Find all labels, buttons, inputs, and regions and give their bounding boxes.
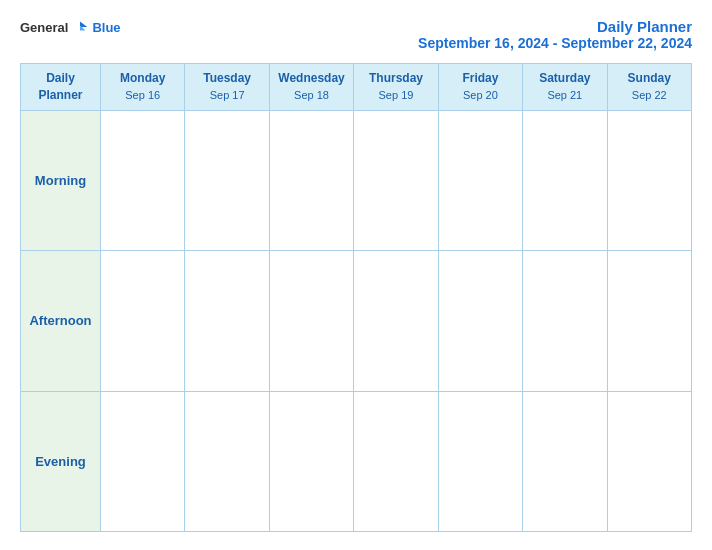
table-header-day-sunday: SundaySep 22 — [607, 64, 691, 111]
cell-afternoon-sunday[interactable] — [607, 251, 691, 391]
cell-morning-friday[interactable] — [438, 110, 522, 250]
cell-afternoon-saturday[interactable] — [523, 251, 607, 391]
logo: General Blue — [20, 18, 121, 36]
cell-evening-wednesday[interactable] — [269, 391, 353, 531]
cell-morning-sunday[interactable] — [607, 110, 691, 250]
table-row-afternoon: Afternoon — [21, 251, 692, 391]
planner-title: Daily Planner — [418, 18, 692, 35]
table-header-day-friday: FridaySep 20 — [438, 64, 522, 111]
logo-blue: Blue — [92, 20, 120, 35]
table-header-day-monday: MondaySep 16 — [101, 64, 185, 111]
row-label-afternoon: Afternoon — [21, 251, 101, 391]
table-header-day-tuesday: TuesdaySep 17 — [185, 64, 269, 111]
planner-table: Daily Planner MondaySep 16TuesdaySep 17W… — [20, 63, 692, 532]
table-header-day-wednesday: WednesdaySep 18 — [269, 64, 353, 111]
cell-evening-sunday[interactable] — [607, 391, 691, 531]
cell-evening-saturday[interactable] — [523, 391, 607, 531]
logo-general: General — [20, 20, 68, 35]
table-row-morning: Morning — [21, 110, 692, 250]
page-header: General Blue Daily Planner September 16,… — [20, 18, 692, 51]
cell-evening-thursday[interactable] — [354, 391, 438, 531]
cell-evening-friday[interactable] — [438, 391, 522, 531]
table-header-row: Daily Planner MondaySep 16TuesdaySep 17W… — [21, 64, 692, 111]
table-row-evening: Evening — [21, 391, 692, 531]
logo-area: General Blue — [20, 18, 121, 36]
logo-bird-icon — [71, 18, 89, 36]
cell-evening-tuesday[interactable] — [185, 391, 269, 531]
cell-morning-tuesday[interactable] — [185, 110, 269, 250]
cell-morning-thursday[interactable] — [354, 110, 438, 250]
cell-morning-monday[interactable] — [101, 110, 185, 250]
cell-afternoon-tuesday[interactable] — [185, 251, 269, 391]
cell-morning-wednesday[interactable] — [269, 110, 353, 250]
table-header-day-saturday: SaturdaySep 21 — [523, 64, 607, 111]
cell-afternoon-thursday[interactable] — [354, 251, 438, 391]
date-range: September 16, 2024 - September 22, 2024 — [418, 35, 692, 51]
cell-afternoon-friday[interactable] — [438, 251, 522, 391]
cell-afternoon-wednesday[interactable] — [269, 251, 353, 391]
table-header-label: Daily Planner — [21, 64, 101, 111]
row-label-morning: Morning — [21, 110, 101, 250]
cell-morning-saturday[interactable] — [523, 110, 607, 250]
svg-marker-0 — [80, 22, 87, 27]
title-area: Daily Planner September 16, 2024 - Septe… — [418, 18, 692, 51]
table-header-day-thursday: ThursdaySep 19 — [354, 64, 438, 111]
cell-afternoon-monday[interactable] — [101, 251, 185, 391]
cell-evening-monday[interactable] — [101, 391, 185, 531]
row-label-evening: Evening — [21, 391, 101, 531]
